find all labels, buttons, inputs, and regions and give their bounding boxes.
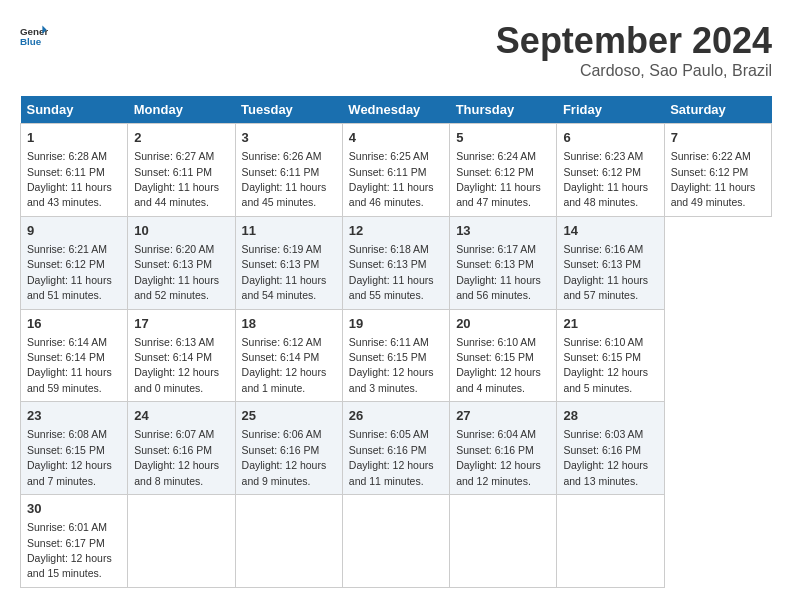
day-detail: Sunrise: 6:01 AMSunset: 6:17 PMDaylight:… bbox=[27, 521, 112, 579]
day-number: 25 bbox=[242, 407, 336, 425]
day-cell: 13Sunrise: 6:17 AMSunset: 6:13 PMDayligh… bbox=[450, 216, 557, 309]
day-number: 12 bbox=[349, 222, 443, 240]
day-detail: Sunrise: 6:25 AMSunset: 6:11 PMDaylight:… bbox=[349, 150, 434, 208]
week-row-2: 9Sunrise: 6:21 AMSunset: 6:12 PMDaylight… bbox=[21, 216, 772, 309]
day-detail: Sunrise: 6:27 AMSunset: 6:11 PMDaylight:… bbox=[134, 150, 219, 208]
day-number: 9 bbox=[27, 222, 121, 240]
day-number: 18 bbox=[242, 315, 336, 333]
day-detail: Sunrise: 6:06 AMSunset: 6:16 PMDaylight:… bbox=[242, 428, 327, 486]
day-number: 16 bbox=[27, 315, 121, 333]
day-number: 19 bbox=[349, 315, 443, 333]
logo: General Blue bbox=[20, 20, 48, 48]
day-number: 2 bbox=[134, 129, 228, 147]
calendar-table: SundayMondayTuesdayWednesdayThursdayFrid… bbox=[20, 96, 772, 588]
day-cell bbox=[128, 495, 235, 588]
day-number: 11 bbox=[242, 222, 336, 240]
day-number: 1 bbox=[27, 129, 121, 147]
page-header: General Blue September 2024 Cardoso, Sao… bbox=[20, 20, 772, 80]
day-detail: Sunrise: 6:03 AMSunset: 6:16 PMDaylight:… bbox=[563, 428, 648, 486]
day-detail: Sunrise: 6:10 AMSunset: 6:15 PMDaylight:… bbox=[456, 336, 541, 394]
day-number: 28 bbox=[563, 407, 657, 425]
day-cell: 7Sunrise: 6:22 AMSunset: 6:12 PMDaylight… bbox=[664, 124, 771, 217]
column-header-wednesday: Wednesday bbox=[342, 96, 449, 124]
day-detail: Sunrise: 6:14 AMSunset: 6:14 PMDaylight:… bbox=[27, 336, 112, 394]
day-number: 30 bbox=[27, 500, 121, 518]
day-cell: 2Sunrise: 6:27 AMSunset: 6:11 PMDaylight… bbox=[128, 124, 235, 217]
day-detail: Sunrise: 6:16 AMSunset: 6:13 PMDaylight:… bbox=[563, 243, 648, 301]
day-number: 24 bbox=[134, 407, 228, 425]
column-header-monday: Monday bbox=[128, 96, 235, 124]
day-detail: Sunrise: 6:12 AMSunset: 6:14 PMDaylight:… bbox=[242, 336, 327, 394]
day-detail: Sunrise: 6:10 AMSunset: 6:15 PMDaylight:… bbox=[563, 336, 648, 394]
day-cell: 27Sunrise: 6:04 AMSunset: 6:16 PMDayligh… bbox=[450, 402, 557, 495]
day-detail: Sunrise: 6:19 AMSunset: 6:13 PMDaylight:… bbox=[242, 243, 327, 301]
day-cell: 5Sunrise: 6:24 AMSunset: 6:12 PMDaylight… bbox=[450, 124, 557, 217]
day-detail: Sunrise: 6:22 AMSunset: 6:12 PMDaylight:… bbox=[671, 150, 756, 208]
day-detail: Sunrise: 6:20 AMSunset: 6:13 PMDaylight:… bbox=[134, 243, 219, 301]
day-cell: 28Sunrise: 6:03 AMSunset: 6:16 PMDayligh… bbox=[557, 402, 664, 495]
location: Cardoso, Sao Paulo, Brazil bbox=[496, 62, 772, 80]
day-cell: 26Sunrise: 6:05 AMSunset: 6:16 PMDayligh… bbox=[342, 402, 449, 495]
day-cell bbox=[557, 495, 664, 588]
logo-icon: General Blue bbox=[20, 20, 48, 48]
day-number: 26 bbox=[349, 407, 443, 425]
day-detail: Sunrise: 6:18 AMSunset: 6:13 PMDaylight:… bbox=[349, 243, 434, 301]
column-header-saturday: Saturday bbox=[664, 96, 771, 124]
day-number: 4 bbox=[349, 129, 443, 147]
day-number: 14 bbox=[563, 222, 657, 240]
day-cell: 30Sunrise: 6:01 AMSunset: 6:17 PMDayligh… bbox=[21, 495, 128, 588]
calendar-header: SundayMondayTuesdayWednesdayThursdayFrid… bbox=[21, 96, 772, 124]
day-cell: 21Sunrise: 6:10 AMSunset: 6:15 PMDayligh… bbox=[557, 309, 664, 402]
day-cell: 4Sunrise: 6:25 AMSunset: 6:11 PMDaylight… bbox=[342, 124, 449, 217]
day-detail: Sunrise: 6:28 AMSunset: 6:11 PMDaylight:… bbox=[27, 150, 112, 208]
day-detail: Sunrise: 6:04 AMSunset: 6:16 PMDaylight:… bbox=[456, 428, 541, 486]
day-detail: Sunrise: 6:05 AMSunset: 6:16 PMDaylight:… bbox=[349, 428, 434, 486]
day-cell: 6Sunrise: 6:23 AMSunset: 6:12 PMDaylight… bbox=[557, 124, 664, 217]
day-cell: 17Sunrise: 6:13 AMSunset: 6:14 PMDayligh… bbox=[128, 309, 235, 402]
day-cell: 1Sunrise: 6:28 AMSunset: 6:11 PMDaylight… bbox=[21, 124, 128, 217]
day-number: 3 bbox=[242, 129, 336, 147]
day-detail: Sunrise: 6:26 AMSunset: 6:11 PMDaylight:… bbox=[242, 150, 327, 208]
calendar-body: 1Sunrise: 6:28 AMSunset: 6:11 PMDaylight… bbox=[21, 124, 772, 588]
day-detail: Sunrise: 6:23 AMSunset: 6:12 PMDaylight:… bbox=[563, 150, 648, 208]
week-row-4: 23Sunrise: 6:08 AMSunset: 6:15 PMDayligh… bbox=[21, 402, 772, 495]
header-row: SundayMondayTuesdayWednesdayThursdayFrid… bbox=[21, 96, 772, 124]
day-cell: 19Sunrise: 6:11 AMSunset: 6:15 PMDayligh… bbox=[342, 309, 449, 402]
day-detail: Sunrise: 6:08 AMSunset: 6:15 PMDaylight:… bbox=[27, 428, 112, 486]
day-cell bbox=[342, 495, 449, 588]
day-number: 13 bbox=[456, 222, 550, 240]
day-number: 20 bbox=[456, 315, 550, 333]
day-number: 5 bbox=[456, 129, 550, 147]
day-cell: 11Sunrise: 6:19 AMSunset: 6:13 PMDayligh… bbox=[235, 216, 342, 309]
title-block: September 2024 Cardoso, Sao Paulo, Brazi… bbox=[496, 20, 772, 80]
svg-text:Blue: Blue bbox=[20, 36, 42, 47]
week-row-3: 16Sunrise: 6:14 AMSunset: 6:14 PMDayligh… bbox=[21, 309, 772, 402]
day-number: 21 bbox=[563, 315, 657, 333]
day-cell: 9Sunrise: 6:21 AMSunset: 6:12 PMDaylight… bbox=[21, 216, 128, 309]
day-cell: 24Sunrise: 6:07 AMSunset: 6:16 PMDayligh… bbox=[128, 402, 235, 495]
month-year: September 2024 bbox=[496, 20, 772, 62]
day-detail: Sunrise: 6:13 AMSunset: 6:14 PMDaylight:… bbox=[134, 336, 219, 394]
day-number: 6 bbox=[563, 129, 657, 147]
day-cell: 3Sunrise: 6:26 AMSunset: 6:11 PMDaylight… bbox=[235, 124, 342, 217]
day-cell: 14Sunrise: 6:16 AMSunset: 6:13 PMDayligh… bbox=[557, 216, 664, 309]
day-detail: Sunrise: 6:11 AMSunset: 6:15 PMDaylight:… bbox=[349, 336, 434, 394]
column-header-tuesday: Tuesday bbox=[235, 96, 342, 124]
day-number: 23 bbox=[27, 407, 121, 425]
week-row-5: 30Sunrise: 6:01 AMSunset: 6:17 PMDayligh… bbox=[21, 495, 772, 588]
day-cell: 12Sunrise: 6:18 AMSunset: 6:13 PMDayligh… bbox=[342, 216, 449, 309]
day-cell: 23Sunrise: 6:08 AMSunset: 6:15 PMDayligh… bbox=[21, 402, 128, 495]
day-detail: Sunrise: 6:07 AMSunset: 6:16 PMDaylight:… bbox=[134, 428, 219, 486]
day-detail: Sunrise: 6:17 AMSunset: 6:13 PMDaylight:… bbox=[456, 243, 541, 301]
day-number: 17 bbox=[134, 315, 228, 333]
column-header-thursday: Thursday bbox=[450, 96, 557, 124]
day-detail: Sunrise: 6:24 AMSunset: 6:12 PMDaylight:… bbox=[456, 150, 541, 208]
day-cell: 10Sunrise: 6:20 AMSunset: 6:13 PMDayligh… bbox=[128, 216, 235, 309]
day-detail: Sunrise: 6:21 AMSunset: 6:12 PMDaylight:… bbox=[27, 243, 112, 301]
day-cell: 25Sunrise: 6:06 AMSunset: 6:16 PMDayligh… bbox=[235, 402, 342, 495]
column-header-sunday: Sunday bbox=[21, 96, 128, 124]
day-number: 7 bbox=[671, 129, 765, 147]
day-cell bbox=[235, 495, 342, 588]
day-number: 10 bbox=[134, 222, 228, 240]
day-cell: 18Sunrise: 6:12 AMSunset: 6:14 PMDayligh… bbox=[235, 309, 342, 402]
